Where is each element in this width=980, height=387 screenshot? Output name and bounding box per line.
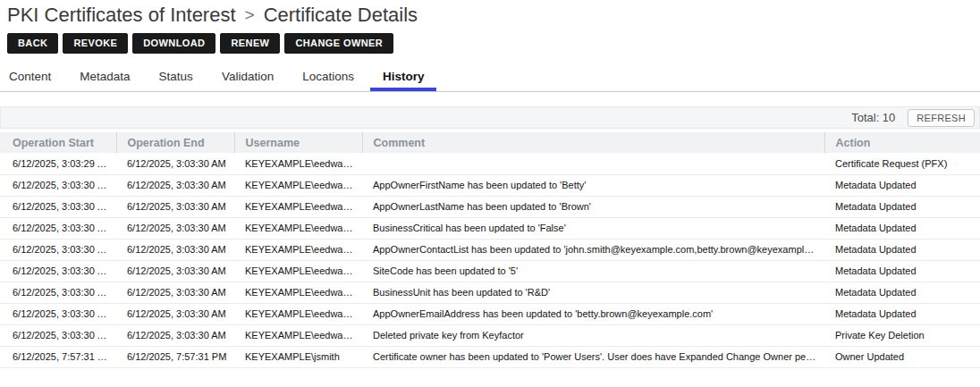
cell-operation-end: 6/12/2025, 3:03:30 AM [116, 324, 234, 346]
table-row: 6/12/2025, 3:03:29 AM6/12/2025, 3:03:30 … [0, 153, 980, 174]
cell-action: Owner Updated [824, 346, 980, 367]
cell-operation-end: 6/12/2025, 7:57:31 PM [116, 346, 234, 367]
table-row: 6/12/2025, 3:03:30 AM6/12/2025, 3:03:30 … [0, 239, 980, 260]
cell-operation-start: 6/12/2025, 3:03:29 AM [0, 153, 116, 174]
back-button[interactable]: BACK [7, 33, 58, 54]
tab-locations[interactable]: Locations [300, 66, 356, 91]
cell-username: KEYEXAMPLE\eedwards [234, 196, 362, 217]
cell-operation-end: 6/12/2025, 3:03:30 AM [116, 153, 234, 174]
table-header-row: Operation Start Operation End Username C… [0, 132, 980, 153]
cell-comment: BusinessUnit has been updated to 'R&D' [362, 282, 824, 303]
tab-status[interactable]: Status [157, 66, 195, 91]
tab-history[interactable]: History [381, 66, 427, 91]
refresh-button[interactable]: REFRESH [908, 109, 975, 127]
tab-metadata[interactable]: Metadata [78, 66, 131, 91]
cell-username: KEYEXAMPLE\eedwards [234, 153, 362, 174]
cell-action: Private Key Deletion [824, 324, 980, 346]
column-header-operation-end[interactable]: Operation End [116, 132, 234, 153]
cell-username: KEYEXAMPLE\eedwards [234, 217, 362, 239]
cell-action: Certificate Request (PFX) [824, 153, 980, 174]
cell-operation-start: 6/12/2025, 3:03:30 AM [0, 174, 116, 196]
cell-action: Metadata Updated [824, 217, 980, 239]
cell-username: KEYEXAMPLE\eedwards [234, 239, 362, 260]
column-header-comment[interactable]: Comment [362, 132, 824, 153]
cell-action: Metadata Updated [824, 260, 980, 282]
action-button-row: BACK REVOKE DOWNLOAD RENEW CHANGE OWNER [7, 33, 973, 54]
table-row: 6/12/2025, 3:03:30 AM6/12/2025, 3:03:30 … [0, 260, 980, 282]
cell-operation-start: 6/12/2025, 3:03:30 AM [0, 196, 116, 217]
page-title: Certificate Details [264, 3, 418, 27]
cell-operation-end: 6/12/2025, 3:03:30 AM [116, 239, 234, 260]
revoke-button[interactable]: REVOKE [63, 33, 128, 54]
table-row: 6/12/2025, 3:03:30 AM6/12/2025, 3:03:30 … [0, 174, 980, 196]
cell-operation-end: 6/12/2025, 3:03:30 AM [116, 217, 234, 239]
cell-operation-start: 6/12/2025, 3:03:30 AM [0, 303, 116, 324]
table-row: 6/12/2025, 3:03:30 AM6/12/2025, 3:03:30 … [0, 282, 980, 303]
cell-username: KEYEXAMPLE\eedwards [234, 174, 362, 196]
cell-operation-start: 6/12/2025, 3:03:30 AM [0, 239, 116, 260]
cell-action: Metadata Updated [824, 239, 980, 260]
grid-toolbar: Total: 10 REFRESH [0, 106, 980, 129]
cell-operation-start: 6/12/2025, 3:03:30 AM [0, 324, 116, 346]
cell-operation-end: 6/12/2025, 3:03:30 AM [116, 196, 234, 217]
breadcrumb-separator-icon: > [245, 2, 255, 27]
table-row: 6/12/2025, 3:03:30 AM6/12/2025, 3:03:30 … [0, 303, 980, 324]
download-button[interactable]: DOWNLOAD [132, 33, 215, 54]
cell-comment: SiteCode has been updated to '5' [362, 260, 824, 282]
cell-comment: AppOwnerLastName has been updated to 'Br… [362, 196, 824, 217]
cell-comment [362, 153, 824, 174]
cell-action: Metadata Updated [824, 174, 980, 196]
cell-action: Metadata Updated [824, 196, 980, 217]
cell-operation-start: 6/12/2025, 7:57:31 PM [0, 346, 116, 367]
table-row: 6/12/2025, 7:57:31 PM6/12/2025, 7:57:31 … [0, 346, 980, 367]
cell-operation-end: 6/12/2025, 3:03:30 AM [116, 260, 234, 282]
table-row: 6/12/2025, 3:03:30 AM6/12/2025, 3:03:30 … [0, 196, 980, 217]
cell-operation-start: 6/12/2025, 3:03:30 AM [0, 282, 116, 303]
cell-username: KEYEXAMPLE\eedwards [234, 260, 362, 282]
change-owner-button[interactable]: CHANGE OWNER [284, 33, 393, 54]
table-row: 6/12/2025, 3:03:30 AM6/12/2025, 3:03:30 … [0, 217, 980, 239]
table-row: 6/12/2025, 3:03:30 AM6/12/2025, 3:03:30 … [0, 324, 980, 346]
cell-username: KEYEXAMPLE\jsmith [234, 346, 362, 367]
cell-comment: AppOwnerFirstName has been updated to 'B… [362, 174, 824, 196]
tab-content[interactable]: Content [7, 66, 53, 91]
page-header: PKI Certificates of Interest > Certifica… [0, 0, 980, 54]
column-header-action[interactable]: Action [824, 132, 980, 153]
cell-operation-start: 6/12/2025, 3:03:30 AM [0, 260, 116, 282]
breadcrumb-parent[interactable]: PKI Certificates of Interest [7, 3, 236, 27]
history-grid: Total: 10 REFRESH Operation Start Operat… [0, 106, 980, 368]
tab-validation[interactable]: Validation [220, 66, 275, 91]
cell-comment: Certificate owner has been updated to 'P… [362, 346, 824, 367]
cell-username: KEYEXAMPLE\eedwards [234, 303, 362, 324]
cell-username: KEYEXAMPLE\eedwards [234, 324, 362, 346]
cell-username: KEYEXAMPLE\eedwards [234, 282, 362, 303]
cell-action: Metadata Updated [824, 282, 980, 303]
column-header-operation-start[interactable]: Operation Start [0, 132, 116, 153]
breadcrumb: PKI Certificates of Interest > Certifica… [7, 2, 973, 27]
tab-bar: ContentMetadataStatusValidationLocations… [0, 66, 980, 92]
history-table-body: 6/12/2025, 3:03:29 AM6/12/2025, 3:03:30 … [0, 153, 980, 367]
column-header-username[interactable]: Username [234, 132, 362, 153]
cell-operation-end: 6/12/2025, 3:03:30 AM [116, 174, 234, 196]
cell-action: Metadata Updated [824, 303, 980, 324]
history-table: Operation Start Operation End Username C… [0, 132, 980, 368]
cell-operation-end: 6/12/2025, 3:03:30 AM [116, 303, 234, 324]
cell-comment: Deleted private key from Keyfactor [362, 324, 824, 346]
cell-comment: BusinessCritical has been updated to 'Fa… [362, 217, 824, 239]
cell-comment: AppOwnerEmailAddress has been updated to… [362, 303, 824, 324]
renew-button[interactable]: RENEW [220, 33, 280, 54]
cell-operation-start: 6/12/2025, 3:03:30 AM [0, 217, 116, 239]
cell-comment: AppOwnerContactList has been updated to … [362, 239, 824, 260]
cell-operation-end: 6/12/2025, 3:03:30 AM [116, 282, 234, 303]
total-count: Total: 10 [851, 111, 895, 124]
